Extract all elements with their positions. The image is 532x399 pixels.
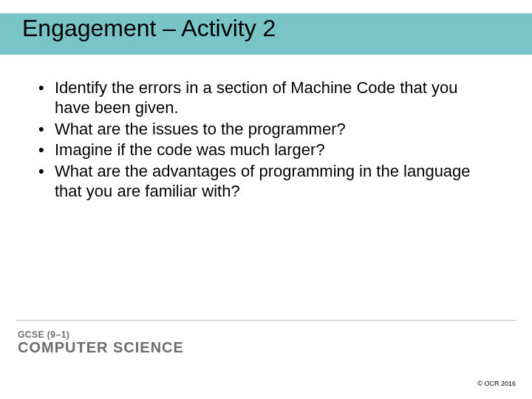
list-item: Imagine if the code was much larger? bbox=[34, 140, 486, 160]
copyright: © OCR 2016 bbox=[477, 380, 516, 387]
body-content: Identify the errors in a section of Mach… bbox=[34, 78, 486, 203]
footer-logo-line2: COMPUTER SCIENCE bbox=[18, 340, 184, 355]
list-item: What are the advantages of programming i… bbox=[34, 162, 486, 202]
footer-divider bbox=[16, 320, 516, 321]
slide-title: Engagement – Activity 2 bbox=[22, 15, 276, 42]
bullet-list: Identify the errors in a section of Mach… bbox=[34, 78, 486, 202]
slide: Engagement – Activity 2 Identify the err… bbox=[0, 0, 532, 399]
footer-logo-line1: GCSE (9–1) bbox=[18, 330, 184, 340]
footer-logo: GCSE (9–1) COMPUTER SCIENCE bbox=[18, 330, 184, 355]
list-item: Identify the errors in a section of Mach… bbox=[34, 78, 486, 118]
list-item: What are the issues to the programmer? bbox=[34, 120, 486, 140]
